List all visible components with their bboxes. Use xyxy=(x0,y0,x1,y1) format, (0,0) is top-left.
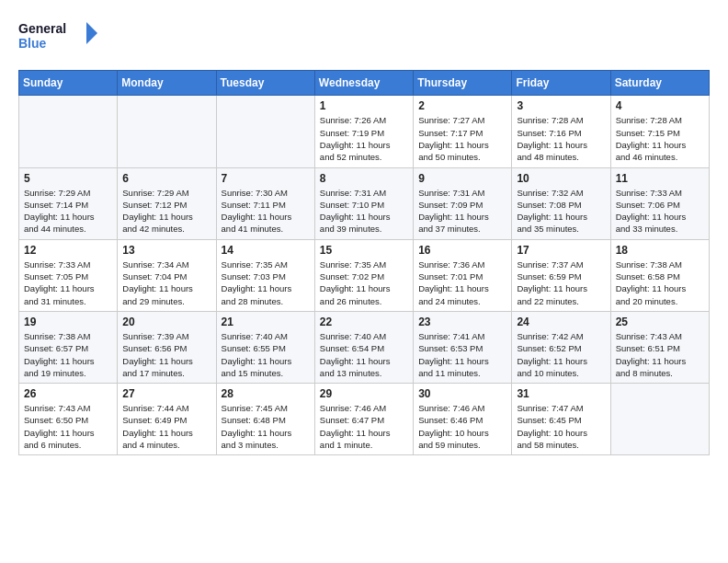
calendar-cell xyxy=(216,96,314,167)
day-number: 9 xyxy=(418,172,506,185)
page-header: General Blue xyxy=(18,18,710,61)
day-number: 20 xyxy=(122,316,210,328)
day-info: Sunrise: 7:42 AM Sunset: 6:52 PM Dayligh… xyxy=(517,330,605,379)
day-info: Sunrise: 7:39 AM Sunset: 6:56 PM Dayligh… xyxy=(122,330,210,379)
calendar-cell: 27Sunrise: 7:44 AM Sunset: 6:49 PM Dayli… xyxy=(118,384,216,455)
calendar-cell: 17Sunrise: 7:37 AM Sunset: 6:59 PM Dayli… xyxy=(512,239,610,311)
calendar-week-row: 26Sunrise: 7:43 AM Sunset: 6:50 PM Dayli… xyxy=(19,384,710,455)
day-info: Sunrise: 7:44 AM Sunset: 6:49 PM Dayligh… xyxy=(122,402,210,451)
day-number: 25 xyxy=(616,316,704,328)
day-info: Sunrise: 7:26 AM Sunset: 7:19 PM Dayligh… xyxy=(320,114,408,163)
day-info: Sunrise: 7:33 AM Sunset: 7:06 PM Dayligh… xyxy=(616,187,704,236)
logo: General Blue xyxy=(18,18,101,61)
calendar-cell: 29Sunrise: 7:46 AM Sunset: 6:47 PM Dayli… xyxy=(314,384,413,455)
day-info: Sunrise: 7:40 AM Sunset: 6:54 PM Dayligh… xyxy=(320,330,408,379)
calendar-cell: 14Sunrise: 7:35 AM Sunset: 7:03 PM Dayli… xyxy=(216,239,314,311)
day-info: Sunrise: 7:43 AM Sunset: 6:51 PM Dayligh… xyxy=(616,330,704,379)
calendar-cell: 12Sunrise: 7:33 AM Sunset: 7:05 PM Dayli… xyxy=(19,239,118,311)
calendar-cell: 25Sunrise: 7:43 AM Sunset: 6:51 PM Dayli… xyxy=(610,311,709,383)
calendar-cell xyxy=(118,96,216,167)
day-info: Sunrise: 7:45 AM Sunset: 6:48 PM Dayligh… xyxy=(222,402,310,451)
day-info: Sunrise: 7:35 AM Sunset: 7:02 PM Dayligh… xyxy=(320,259,408,307)
calendar-cell: 7Sunrise: 7:30 AM Sunset: 7:11 PM Daylig… xyxy=(216,167,314,239)
day-number: 17 xyxy=(517,244,605,257)
day-number: 15 xyxy=(320,244,408,257)
calendar-cell: 1Sunrise: 7:26 AM Sunset: 7:19 PM Daylig… xyxy=(314,96,413,167)
day-number: 19 xyxy=(24,316,112,328)
weekday-header: Thursday xyxy=(414,71,512,96)
day-number: 5 xyxy=(24,172,112,185)
logo-svg: General Blue xyxy=(18,18,101,57)
calendar-cell: 24Sunrise: 7:42 AM Sunset: 6:52 PM Dayli… xyxy=(512,311,610,383)
day-number: 30 xyxy=(418,387,506,400)
day-number: 10 xyxy=(517,172,605,185)
calendar-cell: 9Sunrise: 7:31 AM Sunset: 7:09 PM Daylig… xyxy=(414,167,512,239)
calendar-cell: 11Sunrise: 7:33 AM Sunset: 7:06 PM Dayli… xyxy=(610,167,709,239)
day-number: 11 xyxy=(616,172,704,185)
day-number: 8 xyxy=(320,172,408,185)
calendar-week-row: 19Sunrise: 7:38 AM Sunset: 6:57 PM Dayli… xyxy=(19,311,710,383)
day-number: 18 xyxy=(616,244,704,257)
day-number: 1 xyxy=(320,99,408,112)
calendar-cell xyxy=(19,96,118,167)
day-number: 16 xyxy=(418,244,506,257)
calendar-cell: 18Sunrise: 7:38 AM Sunset: 6:58 PM Dayli… xyxy=(610,239,709,311)
calendar-cell: 4Sunrise: 7:28 AM Sunset: 7:15 PM Daylig… xyxy=(610,96,709,167)
calendar-cell: 30Sunrise: 7:46 AM Sunset: 6:46 PM Dayli… xyxy=(414,384,512,455)
day-number: 2 xyxy=(418,99,506,112)
day-info: Sunrise: 7:38 AM Sunset: 6:58 PM Dayligh… xyxy=(616,259,704,307)
calendar-table: SundayMondayTuesdayWednesdayThursdayFrid… xyxy=(18,70,710,455)
day-number: 6 xyxy=(122,172,210,185)
page-container: General Blue SundayMondayTuesdayWednesda… xyxy=(0,0,728,465)
logo-text: General Blue xyxy=(18,18,101,61)
calendar-cell: 5Sunrise: 7:29 AM Sunset: 7:14 PM Daylig… xyxy=(19,167,118,239)
day-info: Sunrise: 7:28 AM Sunset: 7:16 PM Dayligh… xyxy=(517,114,605,163)
day-number: 4 xyxy=(616,99,704,112)
weekday-header: Sunday xyxy=(19,71,118,96)
day-info: Sunrise: 7:31 AM Sunset: 7:09 PM Dayligh… xyxy=(418,187,506,236)
calendar-cell: 13Sunrise: 7:34 AM Sunset: 7:04 PM Dayli… xyxy=(118,239,216,311)
day-info: Sunrise: 7:27 AM Sunset: 7:17 PM Dayligh… xyxy=(418,114,506,163)
day-number: 13 xyxy=(122,244,210,257)
day-number: 23 xyxy=(418,316,506,328)
day-number: 31 xyxy=(517,387,605,400)
calendar-week-row: 12Sunrise: 7:33 AM Sunset: 7:05 PM Dayli… xyxy=(19,239,710,311)
day-info: Sunrise: 7:46 AM Sunset: 6:46 PM Dayligh… xyxy=(418,402,506,451)
day-info: Sunrise: 7:36 AM Sunset: 7:01 PM Dayligh… xyxy=(418,259,506,307)
calendar-cell: 20Sunrise: 7:39 AM Sunset: 6:56 PM Dayli… xyxy=(118,311,216,383)
day-number: 21 xyxy=(222,316,310,328)
day-number: 3 xyxy=(517,99,605,112)
day-info: Sunrise: 7:28 AM Sunset: 7:15 PM Dayligh… xyxy=(616,114,704,163)
calendar-cell: 6Sunrise: 7:29 AM Sunset: 7:12 PM Daylig… xyxy=(118,167,216,239)
day-number: 27 xyxy=(122,387,210,400)
day-number: 22 xyxy=(320,316,408,328)
svg-marker-2 xyxy=(86,22,97,44)
calendar-cell: 16Sunrise: 7:36 AM Sunset: 7:01 PM Dayli… xyxy=(414,239,512,311)
day-info: Sunrise: 7:32 AM Sunset: 7:08 PM Dayligh… xyxy=(517,187,605,236)
calendar-cell: 28Sunrise: 7:45 AM Sunset: 6:48 PM Dayli… xyxy=(216,384,314,455)
svg-text:General: General xyxy=(18,21,66,36)
day-number: 29 xyxy=(320,387,408,400)
day-info: Sunrise: 7:43 AM Sunset: 6:50 PM Dayligh… xyxy=(24,402,112,451)
calendar-cell: 22Sunrise: 7:40 AM Sunset: 6:54 PM Dayli… xyxy=(314,311,413,383)
day-info: Sunrise: 7:47 AM Sunset: 6:45 PM Dayligh… xyxy=(517,402,605,451)
day-number: 12 xyxy=(24,244,112,257)
calendar-week-row: 5Sunrise: 7:29 AM Sunset: 7:14 PM Daylig… xyxy=(19,167,710,239)
day-info: Sunrise: 7:38 AM Sunset: 6:57 PM Dayligh… xyxy=(24,330,112,379)
calendar-cell: 23Sunrise: 7:41 AM Sunset: 6:53 PM Dayli… xyxy=(414,311,512,383)
day-info: Sunrise: 7:30 AM Sunset: 7:11 PM Dayligh… xyxy=(222,187,310,236)
weekday-header-row: SundayMondayTuesdayWednesdayThursdayFrid… xyxy=(19,71,710,96)
calendar-cell: 10Sunrise: 7:32 AM Sunset: 7:08 PM Dayli… xyxy=(512,167,610,239)
calendar-cell: 8Sunrise: 7:31 AM Sunset: 7:10 PM Daylig… xyxy=(314,167,413,239)
day-info: Sunrise: 7:34 AM Sunset: 7:04 PM Dayligh… xyxy=(122,259,210,307)
calendar-cell: 31Sunrise: 7:47 AM Sunset: 6:45 PM Dayli… xyxy=(512,384,610,455)
day-number: 28 xyxy=(222,387,310,400)
day-info: Sunrise: 7:33 AM Sunset: 7:05 PM Dayligh… xyxy=(24,259,112,307)
day-info: Sunrise: 7:29 AM Sunset: 7:14 PM Dayligh… xyxy=(24,187,112,236)
svg-text:Blue: Blue xyxy=(18,36,47,51)
calendar-cell: 2Sunrise: 7:27 AM Sunset: 7:17 PM Daylig… xyxy=(414,96,512,167)
day-info: Sunrise: 7:40 AM Sunset: 6:55 PM Dayligh… xyxy=(222,330,310,379)
day-number: 14 xyxy=(222,244,310,257)
weekday-header: Friday xyxy=(512,71,610,96)
calendar-week-row: 1Sunrise: 7:26 AM Sunset: 7:19 PM Daylig… xyxy=(19,96,710,167)
